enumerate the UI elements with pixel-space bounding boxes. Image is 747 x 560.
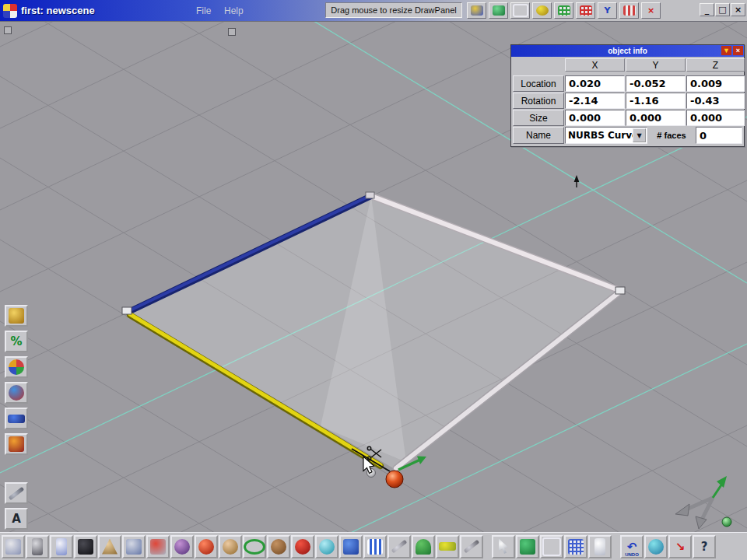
size-y-field[interactable]: 0.000	[626, 110, 686, 126]
corner-handle-top[interactable]	[366, 192, 374, 198]
ruler-tool[interactable]	[436, 535, 459, 558]
eraser-tool[interactable]	[2, 535, 25, 558]
texture-icon[interactable]	[5, 305, 28, 327]
rotation-x-field[interactable]: -2.14	[565, 93, 625, 109]
wire-view-icon[interactable]	[510, 2, 530, 19]
faces-count-field[interactable]: 0	[696, 127, 742, 144]
knife-tool[interactable]	[460, 535, 483, 558]
spheres-icon-glyph	[9, 359, 24, 375]
location-x-field[interactable]: 0.020	[565, 75, 625, 92]
minimize-button[interactable]: _	[700, 3, 714, 16]
row-label-size[interactable]: Size	[513, 110, 564, 126]
plum-sphere-tool[interactable]	[170, 535, 194, 558]
y-axis-icon[interactable]: Y	[598, 2, 617, 19]
net-sphere-tool-glyph	[319, 539, 335, 555]
table-green-icon-glyph	[558, 5, 570, 16]
dropdown-arrow-icon[interactable]	[633, 128, 646, 142]
table-red-icon[interactable]	[576, 2, 595, 19]
car-icon-glyph	[8, 415, 25, 423]
help-tool[interactable]: ?	[693, 535, 716, 558]
trash-tool[interactable]	[26, 535, 49, 558]
blob-tool-glyph	[271, 539, 286, 555]
location-y-field[interactable]: -0.052	[626, 75, 686, 92]
document-tool-glyph	[594, 538, 605, 555]
nurbs-patch[interactable]	[122, 192, 625, 471]
axis-gizmo[interactable]	[675, 476, 731, 529]
cubes-tool[interactable]	[74, 535, 97, 558]
delete-icon[interactable]: ×	[641, 2, 661, 19]
row-label-rotation[interactable]: Rotation	[513, 93, 564, 109]
apple-tool-glyph	[295, 539, 310, 555]
planet-icon[interactable]	[5, 382, 28, 404]
menu-file[interactable]: File	[196, 5, 211, 16]
corner-handle-right[interactable]	[615, 287, 625, 294]
scene-view-icon[interactable]	[467, 2, 486, 19]
photo-icon[interactable]	[5, 433, 28, 455]
net-sphere-tool[interactable]	[315, 535, 338, 558]
panel-tool[interactable]	[122, 535, 146, 558]
menu-help[interactable]: Help	[224, 5, 244, 16]
wire-cube-tool[interactable]	[540, 535, 563, 558]
plum-sphere-tool-glyph	[174, 539, 190, 555]
table-green-icon[interactable]	[554, 2, 573, 19]
panel-close-icon[interactable]: ×	[733, 46, 743, 55]
grid-tool-glyph	[568, 539, 584, 555]
panel-handle-left[interactable]	[4, 26, 12, 34]
font-icon[interactable]: A	[5, 508, 28, 530]
corner-handle-left[interactable]	[122, 307, 132, 314]
redo-arrow-tool-glyph: ↘	[672, 539, 688, 555]
object-name-dropdown[interactable]: NURBS Curve,	[565, 127, 647, 144]
left-toolbar: %	[5, 305, 28, 455]
spheres-icon[interactable]	[5, 356, 28, 378]
document-tool[interactable]	[588, 535, 612, 558]
location-z-field[interactable]: 0.009	[686, 75, 745, 92]
y-axis-icon-glyph: Y	[601, 5, 614, 16]
dome-tool-glyph	[416, 539, 431, 555]
size-x-field[interactable]: 0.000	[565, 110, 625, 126]
green-cube-tool[interactable]	[516, 535, 539, 558]
panel-handle-mid[interactable]	[228, 28, 236, 36]
paint-jar-tool[interactable]	[50, 535, 73, 558]
magnet-tool[interactable]	[146, 535, 170, 558]
beachball-tool[interactable]	[363, 535, 387, 558]
checker-icon[interactable]	[619, 2, 639, 19]
cone-tool[interactable]	[98, 535, 121, 558]
maximize-button[interactable]: □	[715, 3, 730, 16]
apple-tool[interactable]	[291, 535, 314, 558]
car-icon[interactable]	[5, 408, 28, 429]
solids-view-icon[interactable]	[489, 2, 508, 19]
percent-icon[interactable]: %	[5, 331, 28, 352]
blob-tool[interactable]	[267, 535, 290, 558]
size-z-field[interactable]: 0.000	[686, 110, 745, 126]
green-cube-tool-glyph	[520, 539, 535, 555]
undo-tool[interactable]: ↶UNDO	[620, 535, 644, 558]
wrench-icon[interactable]	[5, 482, 28, 504]
row-label-name[interactable]: Name	[513, 127, 564, 144]
cloth-tool[interactable]	[339, 535, 363, 558]
rotation-y-field[interactable]: -1.16	[626, 93, 686, 109]
undo-tool-label: UNDO	[622, 552, 642, 557]
row-label-location[interactable]: Location	[513, 75, 564, 92]
select-arrow-tool-glyph	[496, 539, 511, 555]
red-sphere-tool-glyph	[198, 539, 214, 555]
globe-tool[interactable]	[644, 535, 668, 558]
panel-shade-icon[interactable]: ▼	[721, 46, 731, 55]
origin-marker	[574, 175, 580, 187]
redo-arrow-tool[interactable]: ↘	[668, 535, 692, 558]
select-arrow-tool[interactable]	[492, 535, 515, 558]
paint-jar-tool-glyph	[56, 538, 67, 555]
object-info-titlebar[interactable]: object info ▼ ×	[511, 45, 744, 57]
lights-icon[interactable]	[532, 2, 552, 19]
dome-tool[interactable]	[412, 535, 435, 558]
ring-tool-glyph	[244, 539, 265, 555]
percent-icon-glyph: %	[9, 334, 24, 349]
grid-tool[interactable]	[564, 535, 587, 558]
control-sphere[interactable]	[386, 471, 403, 488]
torus-tool[interactable]	[219, 535, 242, 558]
ring-tool[interactable]	[243, 535, 266, 558]
pin-tool[interactable]	[388, 535, 411, 558]
red-sphere-tool[interactable]	[195, 535, 218, 558]
rotation-z-field[interactable]: -0.43	[686, 93, 745, 109]
close-button[interactable]: ×	[731, 3, 745, 16]
wire-cube-tool-glyph	[542, 537, 561, 556]
